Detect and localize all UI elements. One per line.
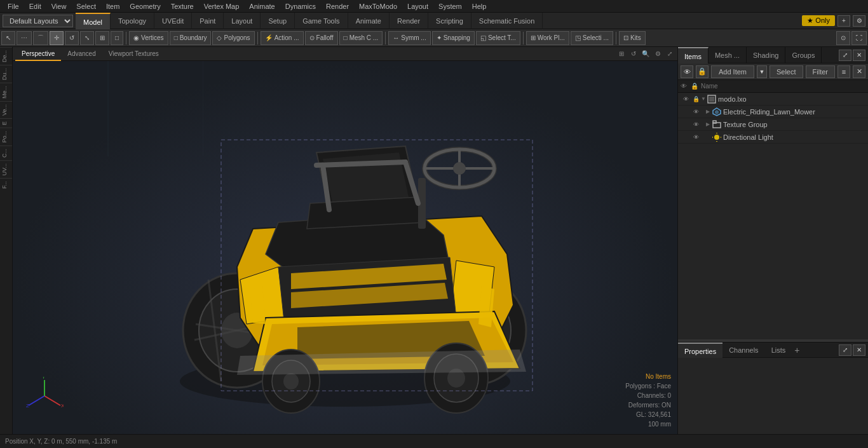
items-close-icon[interactable]: ✕: [853, 65, 865, 78]
action-btn[interactable]: ⚡ Action ...: [261, 31, 304, 45]
left-tab-me[interactable]: Me...: [0, 83, 12, 101]
left-tab-de[interactable]: De...: [0, 47, 12, 65]
boundary-btn[interactable]: □ Boundary: [170, 31, 212, 45]
square-btn[interactable]: □: [111, 31, 123, 45]
tab-layout[interactable]: Layout: [224, 13, 261, 29]
left-tab-c[interactable]: C...: [0, 146, 12, 160]
menu-select[interactable]: Select: [71, 0, 101, 13]
tree-item-mesh[interactable]: 👁 · ▶ Electric_Riding_Lawn_Mower: [678, 105, 868, 118]
lock-light[interactable]: ·: [701, 132, 706, 142]
select-t-btn[interactable]: ◱ Select T...: [476, 31, 520, 45]
items-more-icon[interactable]: ≡: [837, 65, 850, 78]
lasso-btn[interactable]: ⌒: [33, 31, 48, 45]
vp-tab-advanced[interactable]: Advanced: [61, 47, 102, 61]
lock-icon[interactable]: 🔒: [696, 65, 709, 78]
tree-item-texgrp[interactable]: 👁 · ▶ Texture Group: [678, 118, 868, 131]
menu-help[interactable]: Help: [467, 0, 492, 13]
eye-light[interactable]: 👁: [691, 132, 701, 142]
vp-tab-textures[interactable]: Viewport Textures: [102, 47, 165, 61]
vertices-btn[interactable]: ◉ Vertices: [129, 31, 168, 45]
menu-file[interactable]: File: [3, 0, 24, 13]
props-tab-channels[interactable]: Channels: [722, 343, 764, 358]
left-tab-uv[interactable]: UV...: [0, 160, 12, 178]
props-tab-properties[interactable]: Properties: [678, 343, 722, 358]
tab-topology[interactable]: Topology: [111, 13, 154, 29]
select-button[interactable]: Select: [770, 65, 803, 78]
tab-uvedit[interactable]: UVEdit: [154, 13, 192, 29]
left-tab-ve[interactable]: Ve...: [0, 101, 12, 118]
left-tab-po[interactable]: Po...: [0, 128, 12, 146]
kits-btn[interactable]: ⊡ Kits: [619, 31, 646, 45]
move-btn[interactable]: ✛: [50, 31, 64, 45]
layout-settings-icon[interactable]: ⚙: [853, 15, 865, 27]
viewport-expand-icon[interactable]: ⤢: [665, 49, 675, 59]
panel-close-icon[interactable]: ✕: [853, 50, 865, 61]
menu-system[interactable]: System: [433, 0, 467, 13]
eye-texgrp[interactable]: 👁: [691, 119, 701, 130]
arrow-mesh[interactable]: ▶: [706, 109, 712, 114]
eye-mesh[interactable]: 👁: [691, 107, 701, 117]
scale-btn[interactable]: ⤡: [80, 31, 94, 45]
props-tab-lists[interactable]: Lists: [765, 343, 792, 358]
tab-scripting[interactable]: Scripting: [428, 13, 471, 29]
viewport-search-icon[interactable]: 🔍: [641, 49, 651, 59]
menu-item[interactable]: Item: [101, 0, 125, 13]
left-tab-du[interactable]: Du...: [0, 65, 12, 83]
left-tab-f[interactable]: F...: [0, 178, 12, 191]
menu-edit[interactable]: Edit: [24, 0, 46, 13]
layout-plus-button[interactable]: +: [837, 15, 850, 27]
rotate-btn[interactable]: ↺: [65, 31, 79, 45]
arrow-texgrp[interactable]: ▶: [706, 121, 712, 127]
panel-tab-shading[interactable]: Shading: [747, 47, 785, 64]
lock-root[interactable]: 🔒: [691, 94, 701, 104]
menu-vertex-map[interactable]: Vertex Map: [199, 0, 245, 13]
left-tab-e[interactable]: E: [0, 118, 12, 128]
selecti-btn[interactable]: ◳ Selecti ...: [571, 31, 613, 45]
tree-item-light[interactable]: 👁 · ▶ Directional Light: [678, 131, 868, 144]
snapping-btn[interactable]: ✦ Snapping: [432, 31, 475, 45]
vp-tab-perspective[interactable]: Perspective: [15, 47, 61, 61]
tab-paint[interactable]: Paint: [192, 13, 224, 29]
menu-layout[interactable]: Layout: [402, 0, 433, 13]
tab-animate[interactable]: Animate: [348, 13, 390, 29]
viewport-fit-icon[interactable]: ⊞: [616, 49, 627, 59]
falloff-btn[interactable]: ⊙ Falloff: [305, 31, 338, 45]
tab-model[interactable]: Model: [76, 13, 111, 29]
filter-button[interactable]: Filter: [806, 65, 835, 78]
layout-dropdown[interactable]: Default Layouts: [3, 15, 73, 27]
props-maximize-icon[interactable]: ⤢: [839, 344, 851, 356]
tab-schematic[interactable]: Schematic Fusion: [471, 13, 543, 29]
menu-geometry[interactable]: Geometry: [125, 0, 165, 13]
props-tab-plus[interactable]: +: [794, 345, 799, 355]
transform-btn[interactable]: ⊞: [95, 31, 109, 45]
menu-dynamics[interactable]: Dynamics: [280, 0, 321, 13]
polygons-btn[interactable]: ◇ Polygons: [212, 31, 254, 45]
symm-btn[interactable]: ↔ Symm ...: [388, 31, 430, 45]
tree-item-root[interactable]: 👁 🔒 ▼ modo.lxo: [678, 93, 868, 105]
view-icon-btn[interactable]: ⊙: [836, 31, 850, 45]
menu-view[interactable]: View: [46, 0, 72, 13]
lock-texgrp[interactable]: ·: [701, 119, 706, 130]
eye-root[interactable]: 👁: [681, 94, 691, 104]
dots-btn[interactable]: ⋯: [17, 31, 32, 45]
viewport-refresh-icon[interactable]: ↺: [628, 49, 639, 59]
menu-maxtomodo[interactable]: MaxToModo: [354, 0, 402, 13]
tab-setup[interactable]: Setup: [261, 13, 295, 29]
tab-render[interactable]: Render: [390, 13, 428, 29]
panel-tab-items[interactable]: Items: [678, 47, 709, 64]
panel-maximize-icon[interactable]: ⤢: [839, 50, 851, 61]
viewport-settings-icon[interactable]: ⚙: [653, 49, 663, 59]
arrow-light[interactable]: ▶: [706, 134, 712, 140]
panel-tab-groups[interactable]: Groups: [785, 47, 822, 64]
props-close-icon[interactable]: ✕: [853, 344, 865, 356]
viewport-3d[interactable]: No Items Polygons : Face Channels: 0 Def…: [13, 61, 677, 434]
add-item-dropdown[interactable]: ▼: [757, 65, 767, 78]
menu-render[interactable]: Render: [321, 0, 354, 13]
add-item-button[interactable]: Add Item: [711, 65, 754, 78]
work-pl-btn[interactable]: ⊞ Work Pl...: [526, 31, 569, 45]
fullscreen-btn[interactable]: ⛶: [851, 31, 867, 45]
mesh-c-btn[interactable]: □ Mesh C ...: [339, 31, 383, 45]
menu-animate[interactable]: Animate: [244, 0, 280, 13]
arrow-root[interactable]: ▼: [701, 96, 707, 102]
menu-texture[interactable]: Texture: [166, 0, 199, 13]
